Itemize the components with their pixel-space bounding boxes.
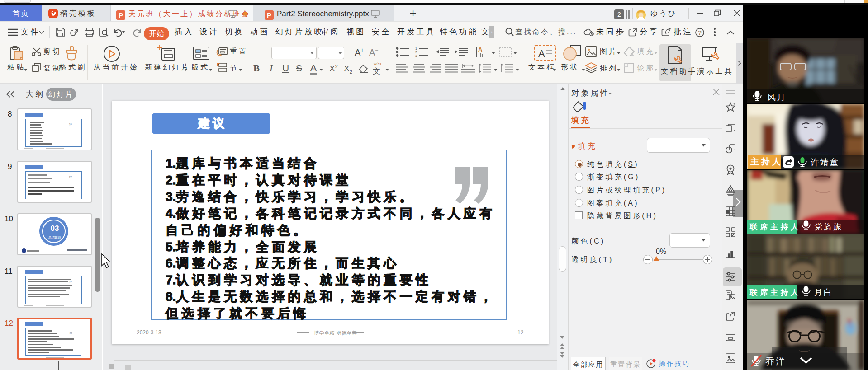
svg-text:主持人: 主持人	[750, 157, 783, 166]
svg-text:月白: 月白	[814, 288, 833, 297]
svg-text:2: 2	[415, 51, 417, 54]
svg-text:A: A	[478, 46, 483, 53]
svg-text:乔洋: 乔洋	[765, 356, 786, 366]
svg-text:党旖旎: 党旖旎	[814, 222, 843, 231]
svg-text:联席主持人: 联席主持人	[749, 222, 801, 231]
svg-text:A: A	[538, 48, 545, 59]
svg-text:1: 1	[415, 47, 417, 50]
svg-text:许靖童: 许靖童	[811, 158, 839, 167]
svg-text:风月: 风月	[767, 93, 786, 102]
svg-text:联席主持人: 联席主持人	[749, 288, 801, 297]
svg-text:?: ?	[698, 29, 701, 36]
svg-text:3: 3	[415, 54, 417, 57]
